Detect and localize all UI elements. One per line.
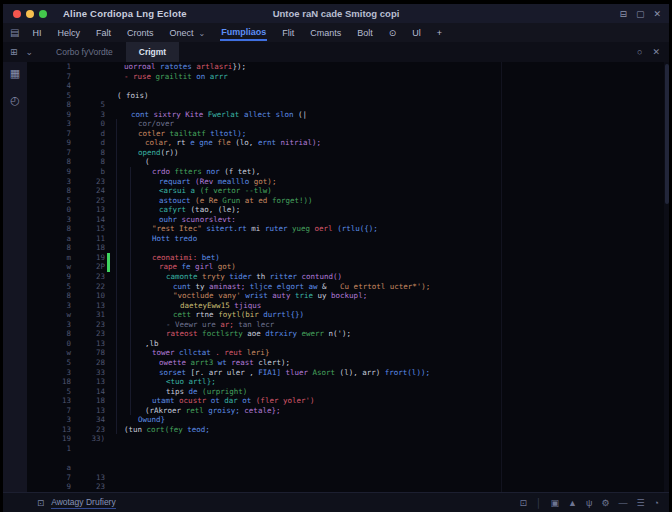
clock-icon[interactable]: ◔ (654, 498, 659, 508)
explorer-icon[interactable]: ▦ (10, 67, 20, 80)
line-number: 9 (27, 272, 71, 282)
menu-item-falt[interactable]: Falt (95, 26, 112, 40)
code-line: 88( (27, 157, 669, 167)
line-number: 8 (27, 186, 71, 196)
minimize-line-icon[interactable]: — (618, 498, 627, 508)
code-line: 7- ruse grailtit on arrr (27, 72, 669, 82)
menu-item-helcy[interactable]: Helcy (56, 26, 81, 40)
line-number: 13 (71, 406, 105, 416)
code-line: 810"voctlude vany' wrist auty trie uy bo… (27, 291, 669, 301)
menu-item-cmants[interactable]: Cmants (309, 26, 342, 40)
split-editor-icon[interactable]: ○ (637, 47, 642, 57)
maximize-traffic-light[interactable] (39, 10, 47, 18)
line-number: m (27, 253, 71, 263)
close-icon[interactable]: ✕ (653, 9, 661, 19)
code-line: 313daeteyEww15 tjiqus (27, 301, 669, 311)
branch-icon[interactable]: ψ (586, 498, 592, 508)
code-text: rape fe girl got) (117, 262, 236, 272)
line-number: 0 (27, 339, 71, 349)
code-line: 1323(tun cort(fey teod; (27, 425, 669, 435)
code-text: ,lb (117, 339, 159, 349)
line-number: 0 (27, 205, 71, 215)
list-icon[interactable]: ☰ (636, 498, 644, 508)
code-editor[interactable]: 1uorroal ratotes artlasri});7- ruse grai… (27, 62, 669, 492)
line-number: 13 (71, 473, 105, 483)
chevron-down-icon[interactable]: ⌄ (26, 47, 34, 57)
activity-bar: ▦◴ (3, 62, 27, 492)
code-text: Hott tredo (117, 234, 197, 244)
code-text: <arsui a (f vertor --tlw) (117, 186, 272, 196)
line-number: 13 (27, 425, 71, 435)
line-number: 22 (71, 282, 105, 292)
menu-item-bolt[interactable]: Bolt (356, 26, 374, 40)
minimize-traffic-light[interactable] (26, 10, 34, 18)
code-line: 9dcolar, rt e gne fle (lo, ernt nitrial)… (27, 138, 669, 148)
code-text (117, 100, 124, 110)
line-number: 4 (27, 81, 71, 91)
code-line: 1 (27, 444, 669, 454)
menu-item-hi[interactable]: HI (31, 26, 42, 40)
line-number: 8 (71, 157, 105, 167)
code-line: 9bcrdo ftters nor (f tet), (27, 167, 669, 177)
line-number (71, 72, 105, 82)
gear-icon[interactable]: ⚙ (601, 498, 609, 508)
line-number: 10 (71, 291, 105, 301)
code-line: w78tower cllctat . reut leri} (27, 348, 669, 358)
line-number: 0 (71, 119, 105, 129)
line-number: 3 (27, 119, 71, 129)
code-text: ceonatimi: bet) (117, 253, 220, 263)
alert-icon[interactable]: ▲ (568, 498, 577, 508)
code-line: 923camonte tryty tider th ritter contund… (27, 272, 669, 282)
menu-item-cronts[interactable]: Cronts (126, 26, 155, 40)
close-icon[interactable]: ✕ (652, 47, 660, 57)
code-lines: 1uorroal ratotes artlasri});7- ruse grai… (27, 62, 669, 492)
record-icon[interactable]: ⊙ (388, 26, 398, 40)
code-line: 5( fois) (27, 91, 669, 101)
code-text: uorroal ratotes artlasri}); (117, 62, 246, 72)
line-number: 23 (71, 482, 105, 492)
line-number: 5 (71, 100, 105, 110)
code-line: 923 (27, 482, 669, 492)
tab-left-icons: ⊞⌄ (10, 47, 33, 57)
line-number (71, 453, 105, 463)
line-number: 14 (71, 387, 105, 397)
code-line: 1933) (27, 434, 669, 444)
window-icon[interactable]: ⊞ (10, 47, 18, 57)
line-number: 19 (27, 434, 71, 444)
code-line: 323- Veewr ure ar; tan lecr (27, 320, 669, 330)
code-line: 93cont sixtry Kite Fwerlat allect slon (… (27, 110, 669, 120)
line-number: 13 (27, 396, 71, 406)
line-number: b (71, 167, 105, 177)
tab-crigmt[interactable]: Crigmt (126, 42, 179, 62)
menu-item-flit[interactable]: Flit (281, 26, 295, 40)
minimize-icon[interactable]: ⊟ (619, 9, 627, 19)
code-line: a11Hott tredo (27, 234, 669, 244)
line-number: 31 (71, 310, 105, 320)
scrollbar-thumb[interactable] (665, 64, 669, 204)
layout-icon[interactable]: ▣ (551, 498, 560, 508)
code-line: w31cett rtne foytl(bir durrtl{}) (27, 310, 669, 320)
line-number: 13 (71, 205, 105, 215)
code-text: colar, rt e gne fle (lo, ernt nitrial); (117, 138, 321, 148)
code-text: - Veewr ure ar; tan lecr (117, 320, 274, 330)
code-line: 013cafyrt (tao, (le); (27, 205, 669, 215)
code-line: 314ouhr scunorslevt: (27, 215, 669, 225)
tab-corbo-fyvordte[interactable]: Corbo fyVordte (43, 42, 126, 62)
line-number: 18 (71, 396, 105, 406)
line-number: 3 (27, 415, 71, 425)
menu-item-ul[interactable]: Ul (411, 26, 422, 40)
history-icon[interactable]: ◴ (10, 94, 20, 107)
plus-icon[interactable]: + (436, 26, 443, 40)
line-number: 1 (27, 444, 71, 454)
line-number: 23 (71, 320, 105, 330)
maximize-icon[interactable]: ▢ (636, 9, 645, 19)
panel-icon[interactable]: ⊡ (519, 498, 527, 508)
app-menu-icon[interactable]: ▤ (10, 27, 19, 38)
line-number: 3 (27, 215, 71, 225)
line-number: 7 (27, 129, 71, 139)
line-number: 13 (71, 339, 105, 349)
status-left[interactable]: ⊡ Awotagy Drufiery (37, 497, 116, 509)
menu-item-onect[interactable]: Onect⌄ (169, 26, 207, 40)
close-traffic-light[interactable] (13, 10, 21, 18)
menu-item-fumpliaos[interactable]: Fumpliaos (220, 25, 267, 41)
